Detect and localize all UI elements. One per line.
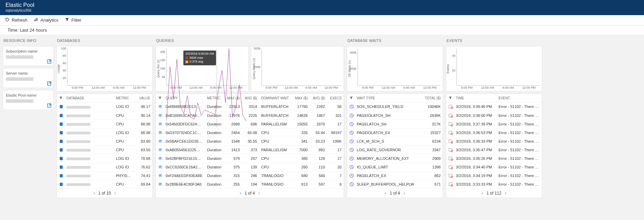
next-page-icon[interactable]: › — [505, 191, 506, 196]
prev-page-icon[interactable]: ‹ — [482, 191, 483, 196]
query-icon — [156, 180, 163, 189]
table-row[interactable]: 0x5BAFCEE1DD35… Duration 1548 35.55 CPU … — [156, 137, 344, 145]
database-icon — [57, 120, 64, 128]
table-row[interactable]: 3/2/2018, 3:34:40 PM Error - 51102 - The… — [446, 163, 542, 172]
server-card[interactable]: Server name: — [3, 68, 54, 88]
table-row[interactable]: 3/2/2018, 3:38:46 PM Error - 51102 - The… — [446, 102, 542, 111]
subscription-card[interactable]: Subscription name: — [3, 46, 54, 66]
total-cell: 2838K — [421, 111, 443, 120]
table-row[interactable]: CPU 88.98 — [57, 120, 152, 128]
event-cell: Error - 51102 - There are n… — [496, 102, 542, 111]
table-row[interactable]: LOG_RATE_GOVERNOR 3347 — [347, 145, 443, 154]
table-row[interactable]: CPU 90.14 — [57, 111, 152, 120]
filter-icon[interactable] — [158, 96, 162, 100]
events-chart[interactable]: Events 2040 6:00 PM12:00 AM6:00 AM12:00 … — [446, 46, 542, 91]
table-row[interactable]: 3/2/2018, 3:35:47 PM Error - 51102 - The… — [446, 145, 542, 154]
col-event[interactable]: EVENT — [496, 94, 542, 102]
pool-card[interactable]: Elastic Pool name: — [3, 90, 54, 110]
query-waits-chart[interactable]: Query Waits (s) 250k500k 6:00 PM12:00 AM… — [251, 46, 344, 91]
refresh-button[interactable]: Refresh — [5, 17, 28, 23]
table-row[interactable]: CPU 83.55 — [57, 145, 152, 154]
col-domwait[interactable]: DOMINANT WAIT — [259, 94, 292, 102]
table-row[interactable]: CPU 83.90 — [57, 137, 152, 145]
table-row[interactable]: 3/2/2018, 3:33:33 PM Error - 51102 - The… — [446, 180, 542, 189]
time-range[interactable]: Time: Last 24 hours — [0, 25, 644, 35]
db-waits-chart[interactable]: Db Waits (s) 200k400k 6:00 PM12:00 AM6:0… — [347, 46, 443, 91]
col-waittype[interactable]: WAIT TYPE — [355, 94, 421, 102]
open-icon[interactable] — [46, 81, 52, 86]
next-page-icon[interactable]: › — [258, 191, 260, 196]
table-row[interactable]: LOG IO 78.88 — [57, 154, 152, 163]
database-name — [64, 128, 114, 137]
time-cell: 3/2/2018, 3:37:39 PM — [454, 120, 496, 128]
query-cell: 0xCC6260CE16A2… — [163, 163, 205, 172]
maxw-cell: 680 — [292, 172, 310, 180]
table-row[interactable]: PAGEIOLATCH_EX 15327 — [347, 128, 443, 137]
table-row[interactable]: 3/2/2018, 3:38:00 PM Error - 51102 - The… — [446, 111, 542, 120]
filter-icon[interactable] — [349, 96, 353, 100]
col-maxw[interactable]: MAX ($) — [292, 94, 310, 102]
table-row[interactable]: LOG IO 90.17 — [57, 102, 152, 111]
table-row[interactable]: SOS_SCHEDULER_YIELD 10046K — [347, 102, 443, 111]
table-row[interactable]: 0x92BFBFD21E15… Duration 579 207 CPU 380… — [156, 154, 344, 163]
filter-button[interactable]: Filter — [65, 17, 82, 23]
col-total[interactable]: TOTAL ($) — [421, 94, 443, 102]
table-row[interactable]: 3/2/2018, 3:35:26 PM Error - 51102 - The… — [446, 154, 542, 163]
table-row[interactable]: 3/2/2018, 3:37:39 PM Error - 51102 - The… — [446, 120, 542, 128]
table-row[interactable]: 0xD3707324DC1C… Duration 2454 65.08 CPU … — [156, 128, 344, 137]
col-time[interactable]: TIME — [454, 94, 496, 102]
table-row[interactable]: 0xF24AEEDF83EA8E Duration 315 246 TRANLO… — [156, 172, 344, 180]
table-row[interactable]: PAGEIOLATCH_SH 2838K — [347, 111, 443, 120]
open-icon[interactable] — [46, 59, 52, 64]
section-databases-label: DATABASES — [56, 37, 153, 44]
max-cell: 255 — [224, 180, 242, 189]
col-metric[interactable]: METRIC — [114, 94, 135, 102]
svg-rect-43 — [159, 176, 161, 176]
table-row[interactable]: 3/2/2018, 3:36:33 PM Error - 51102 - The… — [446, 137, 542, 145]
filter-icon[interactable] — [59, 96, 63, 100]
query-duration-chart[interactable]: Query dur (s) 5k10k15k20k 6:00 PM12:00 A… — [155, 46, 249, 91]
table-row[interactable]: SLEEP_BUFFERPOOL_HELPLW 571 — [347, 180, 443, 189]
svg-rect-39 — [159, 166, 162, 166]
next-page-icon[interactable]: › — [404, 191, 405, 196]
waittype-cell: MEMORY_ALLOCATION_EXT — [355, 154, 421, 163]
prev-page-icon[interactable]: ‹ — [240, 191, 241, 196]
pool-label: Elastic Pool name: — [6, 93, 51, 97]
open-icon[interactable] — [46, 103, 52, 108]
table-row[interactable]: PAGELATCH_SH 317K — [347, 120, 443, 128]
next-page-icon[interactable]: › — [114, 191, 116, 196]
analytics-button[interactable]: Analytics — [34, 17, 58, 23]
col-exec[interactable]: EXECS — [327, 94, 344, 102]
databases-usage-chart[interactable]: Usage 20406080100 6:00 PM12:00 AM6:00 AM… — [56, 46, 153, 91]
prev-page-icon[interactable]: ‹ — [94, 191, 95, 196]
metric-cell: CPU — [114, 180, 135, 189]
table-row[interactable]: CPU 69.84 — [57, 180, 152, 189]
event-icon — [446, 111, 454, 120]
query-cell: 0x5BAFCEE1DD35… — [163, 137, 205, 145]
col-database[interactable]: DATABASE — [64, 94, 114, 102]
refresh-label: Refresh — [12, 18, 28, 23]
table-row[interactable]: PAGELATCH_EX 862 — [347, 172, 443, 180]
table-row[interactable]: 0xCC6260CE16A2… Duration 375 139 CPU 260… — [156, 163, 344, 172]
col-avgw[interactable]: AVG ($) — [310, 94, 327, 102]
event-cell: Error - 51102 - There are n… — [496, 111, 542, 120]
table-row[interactable]: LOG IO 88.98 — [57, 128, 152, 137]
col-value[interactable]: VALUE — [135, 94, 152, 102]
prev-page-icon[interactable]: ‹ — [385, 191, 386, 196]
table-row[interactable]: PHYSICA… 74.41 — [57, 172, 152, 180]
event-icon — [446, 137, 454, 145]
metric-cell: Duration — [205, 163, 224, 172]
svg-rect-36 — [159, 157, 162, 158]
table-row[interactable]: LOG IO 76.62 — [57, 163, 152, 172]
table-row[interactable]: 3/2/2018, 3:36:53 PM Error - 51102 - The… — [446, 128, 542, 137]
table-row[interactable]: IO_QUEUE_LIMIT 1398 — [347, 163, 443, 172]
event-icon — [446, 120, 454, 128]
query-icon — [156, 128, 163, 137]
table-row[interactable]: 3/2/2018, 3:34:19 PM Error - 51102 - The… — [446, 172, 542, 180]
table-row[interactable]: MEMORY_ALLOCATION_EXT 2909 — [347, 154, 443, 163]
tooltip-max: 5826 max — [190, 56, 203, 59]
table-row[interactable]: 0x2B8E6E4C80F3A8 Duration 255 194 TRANLO… — [156, 180, 344, 189]
table-row[interactable]: LCK_M_SCH_S 6234 — [347, 137, 443, 145]
filter-icon[interactable] — [448, 96, 452, 100]
table-row[interactable]: 0xAB0554561D25… Duration 1413 373 PARALL… — [156, 145, 344, 154]
